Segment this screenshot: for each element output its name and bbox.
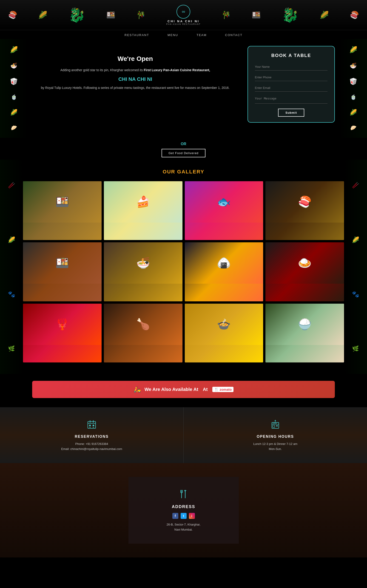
- reservations-phone: Phone: +91 9167263384: [9, 441, 174, 447]
- hero-left: We're Open Adding another gold star to i…: [32, 46, 248, 91]
- opening-hours-hours: Lunch 12-3 pm & Dinner 7-12 am: [193, 441, 358, 447]
- hero-desc-bold: First Luxury Pan-Asian Cuisine Restauran…: [144, 68, 210, 72]
- svg-rect-10: [273, 425, 275, 427]
- deco-icon: 🍱: [106, 11, 115, 19]
- gallery-title: OUR GALLERY: [23, 169, 344, 175]
- gallery-item[interactable]: 🍰: [104, 181, 183, 240]
- deco-icon: 🌽: [38, 11, 47, 19]
- logo-icon: ∞: [182, 9, 185, 14]
- deco-left: 🌽 🍜 🥡 🍵 🌽 🥟: [0, 39, 28, 138]
- address-section: ADDRESS f t i 26-B, Sector-7, Kharghar, …: [0, 463, 367, 557]
- gallery-item[interactable]: 🍛: [266, 242, 344, 301]
- facebook-icon[interactable]: f: [172, 513, 178, 519]
- gallery-item[interactable]: 🍗: [104, 304, 183, 362]
- svg-rect-6: [89, 427, 91, 428]
- zomato-section: 🛵 We Are Also Available At At 🍴 zomato: [0, 374, 367, 407]
- svg-rect-5: [93, 425, 94, 426]
- social-icons: f t i: [142, 513, 225, 519]
- gallery-item[interactable]: 🍲: [185, 304, 263, 362]
- deco-dragon-right: 🐉: [282, 7, 299, 23]
- book-table-form: BOOK A TABLE Submit: [248, 46, 335, 123]
- deco-icon: 🌽: [320, 11, 329, 19]
- site-name: CHI NA CHI NI: [166, 19, 201, 23]
- address-line2: Navi Mumbai.: [142, 527, 225, 532]
- zomato-platform-name: zomato: [220, 387, 232, 391]
- or-section: OR Get Food Delivered: [0, 138, 367, 160]
- book-table-title: BOOK A TABLE: [255, 53, 327, 58]
- svg-rect-4: [89, 425, 91, 426]
- gallery-section: 🥢 🌽 🐾 🌿 🥢 🌽 🐾 🌿 OUR GALLERY 🍱 🍰 🐟 🍣 🍱 🍜 …: [0, 160, 367, 374]
- reservations-title: RESERVATIONS: [9, 434, 174, 439]
- nav-item-restaurant[interactable]: RESTAURANT: [125, 33, 149, 37]
- hero-desc-part2: by Royal Tulip Luxury Hotels. Following …: [41, 86, 230, 90]
- deco-icon: 🍣: [8, 11, 17, 19]
- deco-icon: 🎋: [136, 11, 145, 19]
- hero-open-title: We're Open: [32, 55, 238, 63]
- reservations-email: Email: chinachini@royaltulip-navimumbai.…: [9, 447, 174, 452]
- opening-hours-icon: OPEN: [193, 419, 358, 432]
- reservations-col: RESERVATIONS Phone: +91 9167263384 Email…: [0, 407, 184, 463]
- phone-input[interactable]: [255, 74, 327, 81]
- zomato-logo: 🍴 zomato: [212, 387, 234, 392]
- gallery-item[interactable]: 🍚: [266, 304, 344, 362]
- site-tagline: PAN ASIAN RESTAURANT: [166, 23, 201, 25]
- address-title: ADDRESS: [142, 504, 225, 509]
- deco-dragon-left: 🐉: [68, 7, 85, 23]
- deliver-button[interactable]: Get Food Delivered: [162, 149, 205, 157]
- svg-text:OPEN: OPEN: [273, 423, 277, 424]
- hero-desc-part1: Adding another gold star to its pin, Kha…: [60, 68, 144, 72]
- gallery-item[interactable]: 🍱: [23, 242, 101, 301]
- twitter-icon[interactable]: t: [181, 513, 187, 519]
- zomato-text: We Are Also Available At: [145, 387, 198, 392]
- opening-hours-title: OPENING HOURS: [193, 434, 358, 439]
- gallery-grid: 🍱 🍰 🐟 🍣 🍱 🍜 🍙 🍛 🦞 🍗 🍲 🍚: [23, 181, 344, 362]
- gallery-item[interactable]: 🦞: [23, 304, 101, 362]
- instagram-icon[interactable]: i: [189, 513, 195, 519]
- hero-description: Adding another gold star to its pin, Kha…: [32, 67, 238, 91]
- gallery-item[interactable]: 🐟: [185, 181, 263, 240]
- deco-icon: 🎋: [222, 11, 231, 19]
- main-nav: RESTAURANT MENU TEAM CONTACT: [0, 30, 367, 39]
- svg-rect-11: [276, 425, 278, 426]
- address-icon: [142, 488, 225, 502]
- opening-hours-days: Mon-Sun.: [193, 447, 358, 452]
- submit-button[interactable]: Submit: [278, 109, 304, 117]
- page-wrapper: 🍣 🌽 🐉 🍱 🎋 ∞ CHI NA CHI NI PAN ASIAN REST…: [0, 0, 367, 588]
- message-input[interactable]: [255, 95, 327, 104]
- header-logo: ∞ CHI NA CHI NI PAN ASIAN RESTAURANT: [166, 5, 201, 25]
- hero-section: 🌽 🍜 🥡 🍵 🌽 🥟 We're Open Adding another go…: [0, 39, 367, 138]
- nav-item-menu[interactable]: MENU: [167, 33, 178, 37]
- gallery-item[interactable]: 🍜: [104, 242, 183, 301]
- footer-info: RESERVATIONS Phone: +91 9167263384 Email…: [0, 407, 367, 463]
- hero-restaurant-name: CHI NA CHI NI: [32, 75, 238, 83]
- address-box: ADDRESS f t i 26-B, Sector-7, Kharghar, …: [128, 477, 239, 544]
- zomato-scooter-icon: 🛵: [133, 386, 141, 393]
- opening-hours-col: OPEN OPENING HOURS Lunch 12-3 pm & Dinne…: [184, 407, 367, 463]
- zomato-banner[interactable]: 🛵 We Are Also Available At At 🍴 zomato: [32, 381, 335, 398]
- nav-item-contact[interactable]: CONTACT: [225, 33, 242, 37]
- gallery-item[interactable]: 🍱: [23, 181, 101, 240]
- top-decoration: 🍣 🌽 🐉 🍱 🎋 ∞ CHI NA CHI NI PAN ASIAN REST…: [0, 0, 367, 30]
- deco-right: 🌽 🍜 🥡 🍵 🌽 🥟: [339, 39, 367, 138]
- deco-icon: 🍣: [350, 11, 359, 19]
- svg-rect-0: [88, 422, 96, 428]
- gallery-item[interactable]: 🍣: [266, 181, 344, 240]
- zomato-logo-icon: 🍴: [214, 387, 219, 392]
- deco-icon: 🍱: [252, 11, 261, 19]
- address-line1: 26-B, Sector-7, Kharghar,: [142, 522, 225, 527]
- email-input[interactable]: [255, 84, 327, 92]
- gallery-item[interactable]: 🍙: [185, 242, 263, 301]
- svg-rect-7: [93, 427, 94, 428]
- name-input[interactable]: [255, 63, 327, 71]
- nav-item-team[interactable]: TEAM: [196, 33, 207, 37]
- or-text: OR: [0, 142, 367, 146]
- reservations-icon: [9, 419, 174, 432]
- logo-circle: ∞: [176, 5, 190, 19]
